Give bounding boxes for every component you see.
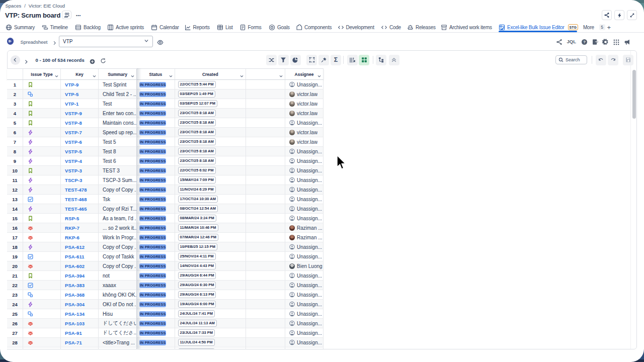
svg-text:?: ?: [583, 40, 586, 44]
